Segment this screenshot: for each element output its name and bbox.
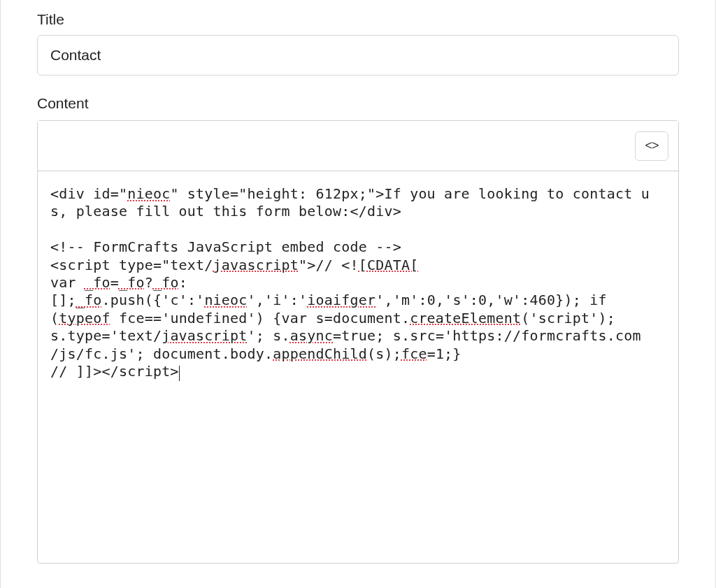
code-text: // ]]>< (50, 363, 110, 380)
code-text: _fo (76, 292, 102, 308)
code-text: ('script'); (521, 310, 615, 327)
code-text: typeof (59, 310, 110, 327)
code-text: =true; s.src='https://formcrafts.com (333, 327, 641, 344)
code-text: (s); (367, 345, 401, 362)
code-text: ( (50, 310, 59, 327)
form-container: Title Content <> <div id="nieoc" style="… (17, 0, 699, 564)
title-field-group: Title (37, 11, 679, 76)
code-text: _fo (153, 274, 179, 291)
code-text: [CDATA[ (359, 257, 419, 273)
code-text: fce=='undefined') {var s=document. (110, 310, 410, 327)
code-text: <!-- FormCrafts JavaScript embed code --… (50, 238, 401, 255)
code-text: /script> (110, 363, 179, 380)
text-cursor (179, 366, 180, 381)
code-text: _fo (85, 274, 110, 291)
code-text: nieoc (204, 292, 247, 308)
code-text: .push({'c':' (101, 292, 204, 308)
content-label: Content (37, 95, 679, 112)
code-text: createElement (410, 310, 521, 327)
code-text: javascript (162, 327, 247, 344)
code-text: ioaifger (307, 292, 375, 308)
code-text: s.type='text/ (50, 327, 162, 344)
code-text: ','m':0,'s':0,'w':460}); if (375, 292, 607, 308)
title-label: Title (37, 11, 679, 28)
code-text: fce (401, 345, 427, 362)
code-text: = (110, 274, 119, 291)
code-editor-textarea[interactable]: <div id="nieoc" style="height: 612px;">I… (38, 171, 678, 563)
code-text: '; s. (248, 327, 290, 344)
code-text: ? (145, 274, 153, 291)
code-text: <div id=" (50, 185, 127, 202)
title-input[interactable] (37, 35, 679, 76)
code-text: /js/fc.js'; document.body. (50, 345, 273, 362)
page-frame: Title Content <> <div id="nieoc" style="… (0, 0, 716, 588)
code-icon: <> (645, 138, 658, 153)
code-text: _fo (119, 274, 145, 291)
code-text: nieoc (127, 185, 170, 202)
code-text: appendChild (273, 345, 367, 362)
code-text: : (179, 274, 187, 291)
content-field-group: Content <> <div id="nieoc" style="height… (37, 95, 679, 564)
code-text: ">// <! (299, 257, 359, 273)
editor-wrapper: <> <div id="nieoc" style="height: 612px;… (37, 120, 679, 564)
code-text: ','i':' (248, 292, 308, 308)
editor-toolbar: <> (38, 121, 678, 171)
code-view-toggle-button[interactable]: <> (635, 131, 668, 161)
code-text: []; (50, 292, 76, 308)
code-text: var (50, 274, 85, 291)
code-text: =1;} (427, 345, 461, 362)
code-text: javascript (213, 257, 299, 273)
code-text: async (290, 327, 333, 344)
code-text: <script type="text/ (50, 257, 213, 273)
